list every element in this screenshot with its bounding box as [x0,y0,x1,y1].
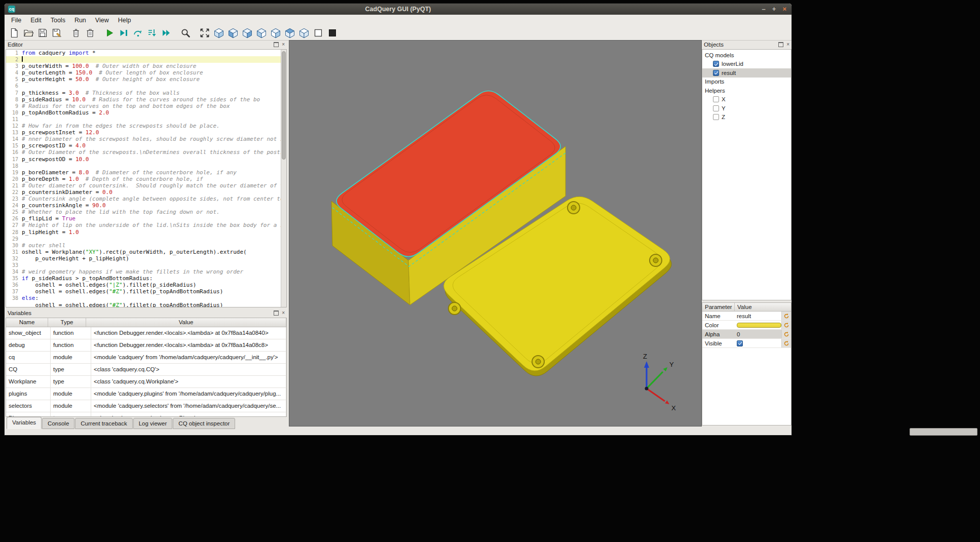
visibility-checkbox[interactable] [713,70,719,76]
objects-group-helpers[interactable]: Helpers [702,86,791,95]
variables-column-value[interactable]: Value [86,318,286,327]
code-line[interactable]: 12# How far in from the edges the screwp… [6,123,281,129]
code-line[interactable]: 36 oshell = oshell.edges("|Z").fillet(p_… [6,282,281,288]
code-line[interactable]: 25# Whether to place the lid with the to… [6,209,281,215]
editor-float-icon[interactable] [274,42,279,47]
editor-scrollbar[interactable] [281,50,286,307]
editor-scrollbar-thumb[interactable] [282,51,286,160]
code-line[interactable]: 9# Radius for the curves on the top and … [6,103,281,109]
code-line[interactable]: 32 p_outerHeight + p_lipHeight) [6,255,281,262]
objects-close-icon[interactable]: × [786,42,789,47]
menu-tools[interactable]: Tools [46,15,70,26]
code-line[interactable]: 10p_topAndBottomRadius = 2.0 [6,109,281,116]
property-row-name[interactable]: Nameresult [702,312,791,321]
property-row-visible[interactable]: Visible [702,339,791,348]
view-top-button[interactable] [283,27,296,39]
save-button[interactable] [36,27,49,39]
menu-run[interactable]: Run [70,15,91,26]
code-line[interactable]: 3p_outerWidth = 100.0 # Outer width of b… [6,63,281,69]
new-file-button[interactable] [8,27,21,39]
code-line[interactable]: 28p_lipHeight = 1.0 [6,229,281,236]
code-line[interactable]: 31oshell = Workplane("XY").rect(p_outerW… [6,249,281,255]
code-line[interactable]: 34# weird geometry happens if we make th… [6,268,281,275]
tab-cq-object-inspector[interactable]: CQ object inspector [173,418,235,429]
run-script-button[interactable] [103,27,116,39]
minimize-button[interactable]: – [762,4,766,15]
property-value[interactable]: 0 [734,331,781,337]
objects-item-result[interactable]: result [702,68,791,78]
code-line[interactable]: 23# Countersink angle (complete angle be… [6,196,281,202]
clear-button[interactable] [69,27,83,39]
code-line[interactable]: 27# Height of lip on the underside of th… [6,222,281,228]
variable-row[interactable]: CQtype<class 'cadquery.cq.CQ'> [6,364,286,376]
visibility-checkbox[interactable] [713,96,719,102]
view-front-button[interactable] [227,27,240,39]
editor-close-icon[interactable]: × [282,42,285,47]
open-file-button[interactable] [22,27,35,39]
code-line[interactable]: 5p_outerHeight = 50.0 # Outer height of … [6,76,281,83]
reset-button[interactable] [781,330,791,338]
code-line[interactable]: 2 [6,56,281,63]
view-left-button[interactable] [255,27,268,39]
code-line[interactable]: 7p_thickness = 3.0 # Thickness of the bo… [6,90,281,96]
code-line[interactable]: 24p_countersinkAngle = 90.0 [6,202,281,209]
code-line[interactable]: 16# Outer Diameter of the screwposts.\nD… [6,149,281,156]
code-line[interactable]: 18 [6,163,281,169]
code-line[interactable]: 38else: [6,295,281,301]
code-line[interactable]: 15p_screwpostID = 4.0 [6,142,281,149]
view-right-button[interactable] [269,27,282,39]
variables-float-icon[interactable] [274,311,279,316]
code-line[interactable]: 26p_flipLid = True [6,215,281,222]
code-line[interactable]: 35if p_sideRadius > p_topAndBottomRadius… [6,275,281,282]
variable-row[interactable]: show_objectfunction<function Debugger.re… [6,327,286,339]
property-value[interactable]: result [734,313,781,319]
visibility-checkbox[interactable] [713,105,719,111]
objects-item-lowerlid[interactable]: lowerLid [702,60,791,69]
code-line[interactable]: 19p_boreDiameter = 8.0 # Diameter of the… [6,169,281,176]
code-line[interactable]: 4p_outerLength = 150.0 # Outer length of… [6,69,281,76]
continue-button[interactable] [160,27,173,39]
code-line[interactable]: 17p_screwpostOD = 10.0 [6,156,281,163]
wireframe-button[interactable] [312,27,325,39]
menu-view[interactable]: View [91,15,114,26]
visibility-checkbox[interactable] [713,114,719,120]
variable-row[interactable]: pluginsmodule<module 'cadquery.plugins' … [6,388,286,400]
fit-view-button[interactable] [198,27,211,39]
objects-item-z[interactable]: Z [702,113,791,122]
property-value[interactable] [734,323,781,328]
code-line[interactable]: 21# Outer diameter of countersink. Shoul… [6,182,281,189]
code-line[interactable]: 8p_sideRadius = 10.0 # Radius for the cu… [6,96,281,103]
code-line[interactable]: 30# outer shell [6,242,281,249]
code-editor[interactable]: 1from cadquery import *23p_outerWidth = … [6,49,287,307]
debug-script-button[interactable] [117,27,130,39]
code-line[interactable]: 14# nner Diameter of the screwpost holes… [6,136,281,142]
view-back-button[interactable] [241,27,254,39]
menu-help[interactable]: Help [114,15,136,26]
variable-row[interactable]: cqmodule<module 'cadquery' from '/home/a… [6,352,286,364]
code-line[interactable]: 22p_countersinkDiameter = 0.0 [6,189,281,196]
variable-row[interactable]: selectorsmodule<module 'cadquery.selecto… [6,400,286,412]
parameter-column-header[interactable]: Parameter [702,303,735,311]
variable-row[interactable]: Workplanetype<class 'cadquery.cq.Workpla… [6,376,286,388]
code-area[interactable]: 1from cadquery import *23p_outerWidth = … [6,50,281,307]
code-line[interactable]: oshell = oshell.edges("#Z").fillet(p_top… [6,302,281,307]
property-row-alpha[interactable]: Alpha0 [702,330,791,339]
reset-button[interactable] [781,339,791,347]
code-line[interactable]: 29 [6,236,281,242]
close-button[interactable]: × [782,4,786,15]
code-line[interactable]: 13p_screwpostInset = 12.0 [6,129,281,136]
code-line[interactable]: 11 [6,116,281,123]
tab-current-traceback[interactable]: Current traceback [75,418,132,429]
step-into-button[interactable] [145,27,159,39]
code-line[interactable]: 33 [6,262,281,268]
delete-button[interactable] [84,27,97,39]
property-value[interactable] [734,340,781,346]
tab-log-viewer[interactable]: Log viewer [133,418,173,429]
view-iso-button[interactable] [212,27,225,39]
maximize-button[interactable]: + [772,4,776,15]
tab-console[interactable]: Console [42,418,74,429]
code-line[interactable]: 6 [6,83,281,89]
color-swatch[interactable] [737,323,781,328]
property-row-color[interactable]: Color [702,321,791,330]
objects-float-icon[interactable] [778,42,783,47]
